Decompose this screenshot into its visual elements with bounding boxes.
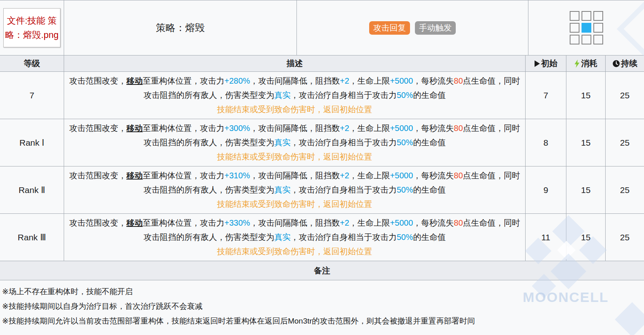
- level-cell: Rank Ⅰ: [0, 119, 64, 166]
- skill-info-table: 文件:技能 策略：熔毁.png 策略：熔毁 攻击回复手动触发 等级 描述 初始 …: [0, 0, 644, 335]
- skill-row: Rank Ⅰ攻击范围改变，移动至重构体位置，攻击力+300%，攻击间隔降低，阻挡…: [0, 119, 644, 166]
- level-cell: Rank Ⅱ: [0, 166, 64, 214]
- description-segment: 攻击范围改变，: [69, 218, 126, 227]
- description-segment: 的生命值: [413, 233, 446, 242]
- header-duration: 持续: [606, 55, 644, 72]
- description-segment: 80: [454, 171, 463, 180]
- description-segment: 至重构体位置，攻击力: [143, 76, 224, 85]
- description-segment: ，每秒流失: [413, 218, 454, 227]
- description-segment: 真实: [274, 138, 290, 147]
- description-segment: ，生命上限: [349, 171, 390, 180]
- description-segment: 移动: [126, 171, 143, 180]
- description-text: 攻击范围改变，移动至重构体位置，攻击力+300%，攻击间隔降低，阻挡数+2，生命…: [69, 121, 520, 150]
- description-cell: 攻击范围改变，移动至重构体位置，攻击力+300%，攻击间隔降低，阻挡数+2，生命…: [64, 119, 526, 166]
- top-section: 文件:技能 策略：熔毁.png 策略：熔毁 攻击回复手动触发: [0, 0, 644, 55]
- description-return-line: 技能结束或受到致命伤害时，返回初始位置: [217, 150, 372, 164]
- description-segment: 真实: [274, 185, 290, 194]
- header-initial-sp: 初始: [526, 55, 566, 72]
- description-segment: +5000: [390, 124, 413, 133]
- sp-cost-cell: 15: [566, 214, 606, 261]
- skill-row: Rank Ⅱ攻击范围改变，移动至重构体位置，攻击力+310%，攻击间隔降低，阻挡…: [0, 166, 644, 214]
- description-segment: 80: [454, 218, 463, 227]
- description-cell: 攻击范围改变，移动至重构体位置，攻击力+280%，攻击间隔降低，阻挡数+2，生命…: [64, 72, 526, 119]
- description-segment: 的生命值: [413, 91, 446, 100]
- notes-section: ※场上不存在重构体时，技能不能开启※技能持续期间以自身为治疗目标，首次治疗跳跃不…: [0, 280, 644, 328]
- skill-range-cell: [528, 0, 644, 55]
- description-segment: 攻击范围改变，: [69, 124, 126, 133]
- notes-header: 备注: [0, 261, 644, 280]
- description-segment: 的生命值: [413, 185, 446, 194]
- skill-row: Rank Ⅲ攻击范围改变，移动至重构体位置，攻击力+330%，攻击间隔降低，阻挡…: [0, 214, 644, 261]
- skill-image-cell: 文件:技能 策略：熔毁.png: [0, 0, 64, 55]
- description-segment: 50%: [397, 185, 413, 194]
- skill-range-grid: [570, 11, 603, 44]
- description-segment: 攻击范围改变，: [69, 171, 126, 180]
- description-segment: ，每秒流失: [413, 124, 454, 133]
- table-header: 等级 描述 初始 消耗 持续: [0, 55, 644, 72]
- range-cell: [582, 23, 591, 33]
- description-text: 攻击范围改变，移动至重构体位置，攻击力+330%，攻击间隔降低，阻挡数+2，生命…: [69, 216, 520, 244]
- description-segment: ，攻击治疗自身相当于攻击力: [290, 138, 397, 147]
- range-cell: [570, 11, 579, 21]
- table-body: 7攻击范围改变，移动至重构体位置，攻击力+280%，攻击间隔降低，阻挡数+2，生…: [0, 72, 644, 261]
- description-segment: 50%: [397, 138, 413, 147]
- lightning-icon: [574, 60, 580, 68]
- description-segment: +330%: [224, 218, 250, 227]
- description-segment: +2: [340, 171, 349, 180]
- note-line: ※技能持续期间以自身为治疗目标，首次治疗跳跃不会衰减: [2, 299, 642, 314]
- header-level: 等级: [0, 55, 64, 72]
- range-cell: [593, 35, 603, 44]
- initial-sp-cell: 9: [526, 166, 566, 214]
- description-segment: 移动: [126, 218, 143, 227]
- description-segment: +2: [340, 76, 349, 85]
- description-segment: ，每秒流失: [413, 76, 454, 85]
- duration-cell: 25: [606, 214, 644, 261]
- note-line: ※技能持续期间允许以当前攻击范围部署重构体，技能结束返回时若重构体在返回后Mon…: [2, 314, 642, 328]
- description-segment: 移动: [126, 124, 143, 133]
- initial-sp-cell: 8: [526, 119, 566, 166]
- description-segment: ，攻击间隔降低，阻挡数: [250, 76, 340, 85]
- description-segment: +2: [340, 218, 349, 227]
- skill-name: 策略：熔毁: [156, 21, 205, 34]
- badge-manual-trigger: 手动触发: [415, 21, 456, 35]
- description-return-line: 技能结束或受到致命伤害时，返回初始位置: [217, 197, 372, 211]
- description-segment: ，攻击间隔降低，阻挡数: [250, 124, 340, 133]
- description-cell: 攻击范围改变，移动至重构体位置，攻击力+310%，攻击间隔降低，阻挡数+2，生命…: [64, 166, 526, 214]
- range-cell: [570, 35, 579, 44]
- initial-sp-cell: 7: [526, 72, 566, 119]
- description-return-line: 技能结束或受到致命伤害时，返回初始位置: [217, 244, 372, 259]
- description-segment: 攻击范围改变，: [69, 76, 126, 85]
- description-segment: ，生命上限: [349, 76, 390, 85]
- description-segment: 80: [454, 124, 463, 133]
- description-segment: ，攻击治疗自身相当于攻击力: [290, 91, 397, 100]
- range-cell: [570, 23, 579, 33]
- sp-cost-cell: 15: [566, 166, 606, 214]
- description-segment: +5000: [390, 76, 413, 85]
- note-line: ※场上不存在重构体时，技能不能开启: [2, 284, 642, 299]
- header-sp-cost: 消耗: [566, 55, 606, 72]
- description-text: 攻击范围改变，移动至重构体位置，攻击力+310%，攻击间隔降低，阻挡数+2，生命…: [69, 169, 520, 197]
- description-text: 攻击范围改变，移动至重构体位置，攻击力+280%，攻击间隔降低，阻挡数+2，生命…: [69, 74, 520, 102]
- description-segment: 真实: [274, 233, 290, 242]
- clock-icon: [613, 60, 620, 67]
- description-segment: 至重构体位置，攻击力: [143, 124, 224, 133]
- level-cell: 7: [0, 72, 64, 119]
- sp-cost-cell: 15: [566, 72, 606, 119]
- badge-list: 攻击回复手动触发: [297, 0, 528, 55]
- description-segment: +5000: [390, 171, 413, 180]
- description-segment: ，攻击治疗自身相当于攻击力: [290, 185, 397, 194]
- sp-cost-cell: 15: [566, 119, 606, 166]
- file-link[interactable]: 文件:技能 策略：熔毁.png: [3, 8, 60, 47]
- description-segment: +280%: [224, 76, 250, 85]
- duration-cell: 25: [606, 166, 644, 214]
- description-segment: 至重构体位置，攻击力: [143, 171, 224, 180]
- description-segment: 的生命值: [413, 138, 446, 147]
- badge-attack-recovery: 攻击回复: [369, 21, 410, 35]
- play-icon: [534, 60, 540, 67]
- description-return-line: 技能结束或受到致命伤害时，返回初始位置: [217, 102, 372, 117]
- description-segment: +5000: [390, 218, 413, 227]
- description-segment: ，每秒流失: [413, 171, 454, 180]
- description-segment: 50%: [397, 91, 413, 100]
- description-segment: 移动: [126, 76, 143, 85]
- description-segment: 真实: [274, 91, 290, 100]
